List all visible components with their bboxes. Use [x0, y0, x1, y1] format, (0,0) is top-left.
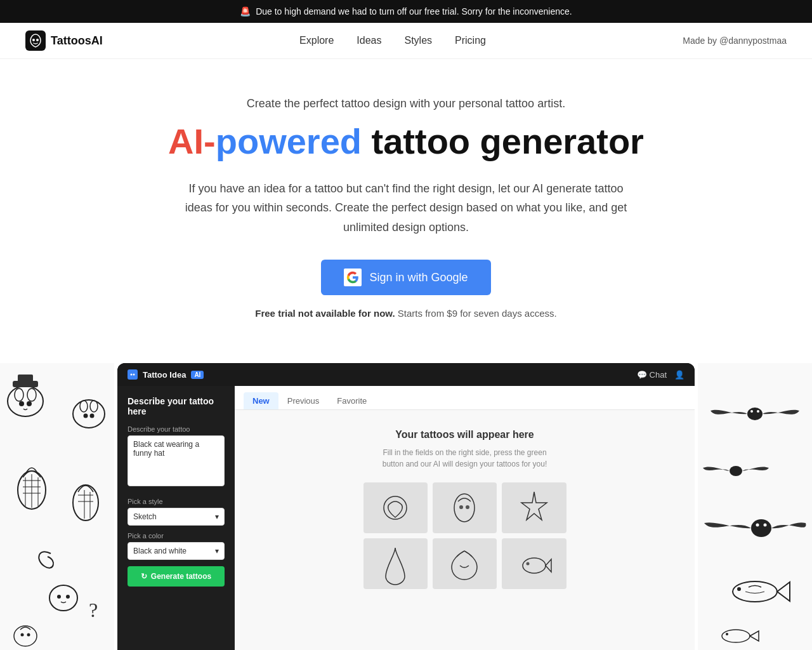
tattoo-sample-1 — [363, 482, 428, 533]
svg-point-50 — [384, 496, 407, 519]
tab-favorite[interactable]: Favorite — [328, 392, 376, 409]
app-body: Describe your tattoo here Describe your … — [117, 386, 695, 650]
nav-links: Explore Ideas Styles Pricing — [299, 35, 486, 46]
style-label: Pick a style — [128, 498, 225, 505]
app-logo-icon — [128, 369, 138, 380]
svg-point-29 — [57, 595, 61, 599]
svg-point-54 — [523, 558, 546, 573]
color-label: Pick a color — [128, 532, 225, 540]
tab-new[interactable]: New — [244, 392, 278, 409]
svg-point-2 — [36, 39, 39, 41]
svg-point-53 — [466, 505, 469, 509]
svg-point-8 — [27, 401, 32, 406]
hero-title-rest: tattoo generator — [362, 121, 644, 161]
generate-button[interactable]: ↻ Generate tattoos — [128, 566, 225, 587]
svg-point-37 — [750, 410, 753, 413]
svg-point-52 — [459, 505, 463, 509]
svg-point-34 — [27, 633, 30, 637]
logo-text: TattoosAI — [51, 34, 103, 48]
hero-section: Create the perfect tattoo design with yo… — [121, 59, 691, 338]
sidebar-title: Describe your tattoo here — [128, 396, 225, 416]
hero-title: AI-powered tattoo generator — [133, 122, 679, 161]
tattoo-sample-5 — [433, 538, 497, 589]
tattoo-sample-6 — [502, 538, 566, 589]
svg-point-38 — [757, 410, 759, 413]
svg-text:?: ? — [89, 599, 98, 621]
made-by-text: Made by @dannypostmaa — [683, 36, 787, 46]
svg-point-36 — [747, 408, 763, 420]
svg-point-42 — [764, 524, 767, 527]
svg-point-55 — [526, 562, 529, 566]
announcement-banner: 🚨 Due to high demand we had to turn off … — [0, 0, 812, 23]
svg-rect-0 — [25, 30, 46, 51]
google-signin-button[interactable]: Sign in with Google — [321, 260, 490, 295]
svg-point-49 — [133, 374, 135, 376]
google-signin-label: Sign in with Google — [369, 271, 468, 284]
app-user-icon: 👤 — [674, 370, 684, 380]
tattoo-placeholder-title: Your tattoos will appear here — [247, 429, 682, 441]
app-title-right: 💬 Chat 👤 — [637, 370, 684, 380]
hero-description: If you have an idea for a tattoo but can… — [184, 179, 628, 237]
tattoo-sample-grid — [363, 482, 566, 589]
app-tabs: New Previous Favorite — [235, 386, 695, 410]
app-ai-badge: AI — [191, 371, 204, 379]
nav-explore[interactable]: Explore — [299, 35, 334, 46]
tattoo-sample-4 — [363, 538, 428, 589]
svg-point-40 — [751, 519, 771, 537]
app-content: Your tattoos will appear here Fill in th… — [235, 410, 695, 608]
free-trial-bold: Free trial not available for now. — [255, 308, 395, 319]
color-select[interactable]: Black and white ▾ — [128, 542, 225, 560]
app-main: New Previous Favorite Your tattoos will … — [235, 386, 695, 650]
svg-point-39 — [730, 466, 742, 476]
nav-ideas[interactable]: Ideas — [357, 35, 381, 46]
app-chat-label: 💬 Chat — [637, 370, 667, 380]
app-sidebar: Describe your tattoo here Describe your … — [117, 386, 235, 650]
svg-point-1 — [32, 39, 35, 41]
tattoo-sample-2 — [433, 482, 497, 533]
generate-label: Generate tattoos — [151, 572, 211, 581]
tab-previous[interactable]: Previous — [278, 392, 329, 409]
svg-rect-47 — [128, 369, 138, 380]
free-trial-note: Free trial not available for now. Starts… — [133, 308, 679, 319]
svg-point-46 — [726, 633, 728, 635]
hero-title-powered: powered — [216, 121, 362, 161]
svg-point-41 — [756, 524, 759, 527]
describe-label: Describe your tattoo — [128, 425, 225, 433]
app-titlebar: Tattoo Idea AI 💬 Chat 👤 — [117, 363, 695, 386]
tattoo-sample-3 — [502, 482, 566, 533]
free-trial-rest: Starts from $9 for seven days access. — [398, 308, 557, 319]
hero-title-ai: AI- — [168, 121, 216, 161]
generate-icon: ↻ — [141, 572, 147, 581]
logo-icon — [25, 30, 46, 51]
svg-point-33 — [21, 633, 24, 637]
svg-point-48 — [131, 374, 133, 376]
left-collage-svg: ? — [0, 363, 114, 650]
svg-point-44 — [737, 587, 741, 591]
logo-link[interactable]: TattoosAI — [25, 30, 103, 51]
svg-point-15 — [90, 414, 95, 418]
left-tattoo-collage: ? — [0, 363, 114, 650]
svg-rect-10 — [18, 375, 33, 383]
describe-textarea[interactable]: Black cat wearing a funny hat — [128, 435, 225, 486]
svg-point-7 — [19, 401, 24, 406]
svg-rect-35 — [698, 363, 812, 650]
app-title-left: Tattoo Idea AI — [128, 369, 204, 380]
svg-point-30 — [66, 595, 70, 599]
app-title-text: Tattoo Idea — [143, 370, 186, 380]
app-preview-window: Tattoo Idea AI 💬 Chat 👤 Describe your ta… — [117, 363, 695, 650]
right-collage-svg — [698, 363, 812, 650]
google-icon — [344, 269, 362, 286]
app-preview-section: ? — [0, 363, 812, 650]
nav-styles[interactable]: Styles — [404, 35, 432, 46]
tattoo-placeholder-desc: Fill in the fields on the right side, pr… — [376, 447, 554, 470]
banner-emoji: 🚨 — [240, 6, 251, 17]
banner-text: Due to high demand we had to turn off ou… — [256, 6, 572, 17]
hero-subtitle: Create the perfect tattoo design with yo… — [133, 97, 679, 110]
nav-pricing[interactable]: Pricing — [455, 35, 486, 46]
navigation: TattoosAI Explore Ideas Styles Pricing M… — [0, 23, 812, 59]
right-tattoo-collage — [698, 363, 812, 650]
svg-point-14 — [84, 414, 88, 418]
style-select[interactable]: Sketch ▾ — [128, 508, 225, 526]
